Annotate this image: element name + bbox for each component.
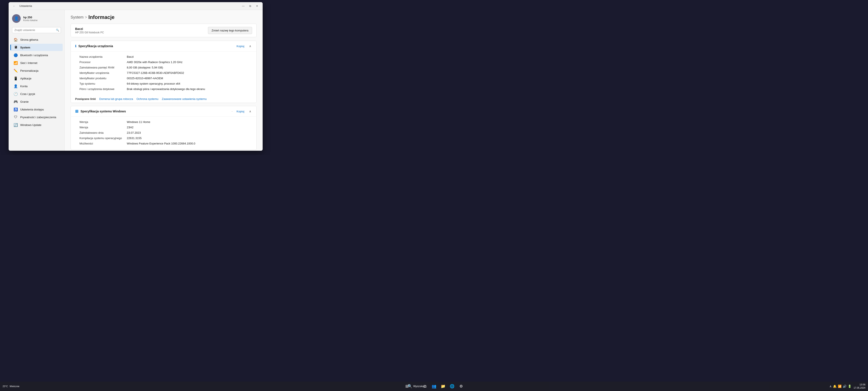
rename-button[interactable]: Zmień nazwę tego komputera [208,27,252,34]
nav-item-privacy[interactable]: 🛡 Prywatność i zabezpieczenia [10,114,63,121]
nav-item-apps[interactable]: 📱 Aplikacje [10,75,63,82]
spec-row: Pióro i urządzenia dotykowe Brak obsługi… [80,86,252,92]
nav-label-apps: Aplikacje [20,77,31,80]
titlebar: ← Ustawienia — ⧉ ✕ [9,2,262,10]
spec-device-title: Specyfikacja urządzenia [79,44,113,48]
gaming-icon: 🎮 [14,100,18,103]
info-icon: ℹ [75,44,76,48]
nav-item-time[interactable]: 🕐 Czas i język [10,90,63,97]
back-button[interactable]: ← [11,4,17,8]
breadcrumb-parent: System [71,15,84,20]
collapse-device-button[interactable]: ∧ [248,43,252,49]
nav-item-accessibility[interactable]: ♿ Ułatwienia dostępu [10,106,63,113]
spec-row: Wersja 23H2 [80,125,252,130]
accessibility-icon: ♿ [14,108,18,111]
dot-indicator: · [231,109,233,114]
accounts-icon: 👤 [14,84,18,88]
user-role: Konto lokalne [23,19,38,22]
nav-item-personalization[interactable]: ✏️ Personalizacja [10,67,63,74]
search-input[interactable] [12,27,61,33]
personalization-icon: ✏️ [14,69,18,72]
apps-icon: 📱 [14,77,18,80]
spec-value: Windows 11 Home [127,120,252,124]
spec-value: Baczi [127,55,252,58]
spec-label: Nazwa urządzenia [80,55,127,58]
nav-label-privacy: Prywatność i zabezpieczenia [20,116,56,119]
nav-label-accounts: Konta [20,85,28,88]
maximize-button[interactable]: ⧉ [247,4,253,8]
collapse-windows-button[interactable]: ∧ [248,109,252,114]
spec-label: Możliwości [80,142,127,145]
spec-row: Nazwa urządzenia Baczi [80,54,252,59]
spec-row: Wersja Windows 11 Home [80,119,252,125]
nav-label-system: System [20,46,30,49]
nav-label-personalization: Personalizacja [20,69,38,72]
spec-label: Kompilacja systemu operacyjnego [80,137,127,140]
spec-label: Pióro i urządzenia dotykowe [80,87,127,91]
related-link-protection[interactable]: Ochrona systemu [136,97,158,100]
win-spec-header-right: · Kopiuj ∧ [231,109,252,114]
device-banner: Baczi HP 255 G8 Notebook PC Zmień nazwę … [71,24,257,37]
titlebar-title: Ustawienia [19,4,32,7]
search-box[interactable]: 🔍 [12,27,61,33]
nav-item-gaming[interactable]: 🎮 Granie [10,98,63,105]
spec-row: Identyfikator produktu 00325-82010-48997… [80,76,252,81]
nav-item-system[interactable]: 🖥 System [10,44,63,51]
spec-row: Zainstalowana pamięć RAM 8,00 GB (dostęp… [80,65,252,70]
windows-logo-icon: ⊞ [75,109,79,114]
related-label: Powiązane linki [75,97,96,100]
windows-spec-section: ⊞ Specyfikacja systemu Windows · Kopiuj … [71,106,257,150]
win-spec-header-left: ⊞ Specyfikacja systemu Windows [75,109,126,114]
close-button[interactable]: ✕ [254,4,260,8]
nav-label-time: Czas i język [20,92,35,96]
avatar: 👤 [12,14,21,23]
spec-label: Wersja [80,126,127,129]
copy-windows-button[interactable]: Kopiuj [235,109,246,114]
copy-device-button[interactable]: Kopiuj [235,44,246,49]
related-link-advanced[interactable]: Zaawansowane ustawienia systemu [162,97,207,100]
spec-label: Wersja [80,120,127,124]
nav-label-bluetooth: Bluetooth i urządzenia [20,54,48,57]
spec-label: Procesor [80,60,127,64]
nav-label-gaming: Granie [20,100,29,103]
user-name: hp 250 [23,16,38,19]
windows-spec-table: Wersja Windows 11 Home Wersja 23H2 Zains… [71,117,256,150]
nav-item-accounts[interactable]: 👤 Konta [10,83,63,90]
spec-value: 22631.3155 [127,137,252,140]
spec-value: Brak obsługi pióra i wprowadzania dotyko… [127,87,252,91]
device-name: Baczi [75,27,104,31]
spec-row: Zainstalowano dnia 23.07.2023 [80,130,252,136]
nav-item-bluetooth[interactable]: 🔵 Bluetooth i urządzenia [10,52,63,59]
spec-value: 23H2 [127,126,252,129]
spec-value: 77FC5327-126B-4C6B-9530-AE8F0ABFD632 [127,71,252,74]
breadcrumb-current: Informacje [89,14,115,20]
device-model: HP 255 G8 Notebook PC [75,31,104,34]
spec-row: Procesor AMD 3020e with Radeon Graphics … [80,59,252,65]
nav-item-network[interactable]: 📶 Sieć i Internet [10,59,63,66]
nav-label-windows-update: Windows Update [20,123,41,127]
nav-item-home[interactable]: 🏠 Strona główna [10,36,63,43]
spec-label: Zainstalowano dnia [80,131,127,134]
update-icon: 🔄 [14,123,18,127]
spec-row: Typ systemu 64-bitowy system operacyjny,… [80,81,252,86]
device-spec-section: ℹ Specyfikacja urządzenia Kopiuj ∧ Nazwa… [71,41,257,103]
related-link-domain[interactable]: Domena lub grupa robocza [99,97,133,100]
spec-row: Możliwości Windows Feature Experience Pa… [80,141,252,146]
spec-label: Identyfikator produktu [80,77,127,80]
nav-label-home: Strona główna [20,38,38,41]
system-icon: 🖥 [14,46,18,49]
spec-value: 23.07.2023 [127,131,252,134]
nav-item-windows-update[interactable]: 🔄 Windows Update [10,121,63,128]
minimize-button[interactable]: — [240,4,246,8]
device-spec-table: Nazwa urządzenia Baczi Procesor AMD 3020… [71,52,256,95]
bluetooth-icon: 🔵 [14,53,18,57]
settings-window: ← Ustawienia — ⧉ ✕ 👤 hp 250 Konto lokaln… [9,2,262,151]
nav-label-accessibility: Ułatwienia dostępu [20,108,44,111]
titlebar-left: ← Ustawienia [11,4,32,8]
user-section: 👤 hp 250 Konto lokalne [9,12,64,26]
sidebar: 👤 hp 250 Konto lokalne 🔍 🏠 Strona główna… [9,10,65,151]
user-info: hp 250 Konto lokalne [23,16,38,22]
spec-value: Windows Feature Experience Pack 1000.226… [127,142,252,145]
device-info: Baczi HP 255 G8 Notebook PC [75,27,104,34]
breadcrumb: System > Informacje [71,14,257,20]
